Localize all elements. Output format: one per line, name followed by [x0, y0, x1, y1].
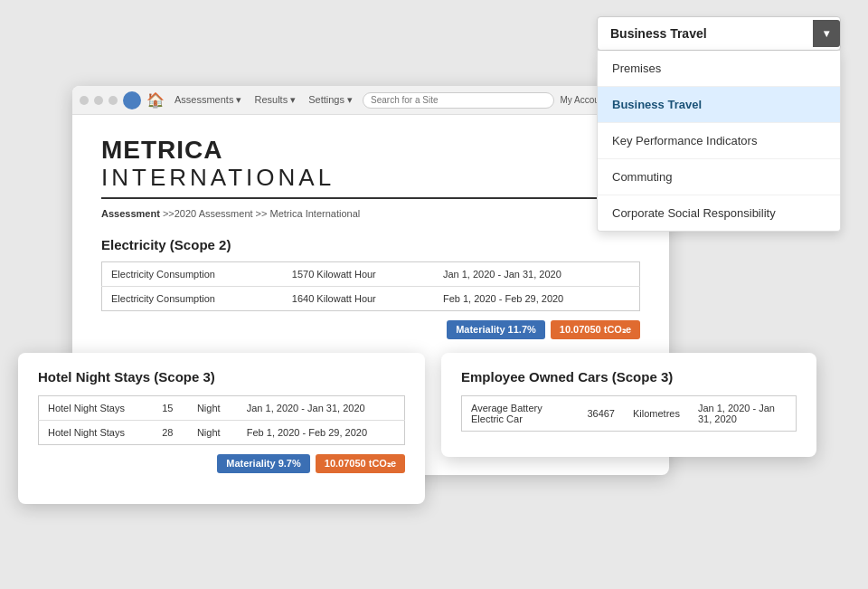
dropdown-container: Business Travel ▾ Premises Business Trav… — [597, 16, 841, 232]
table-row: Hotel Night Stays 15 Night Jan 1, 2020 -… — [39, 396, 405, 421]
table-row: Hotel Night Stays 28 Night Feb 1, 2020 -… — [39, 421, 405, 445]
dropdown-item-kpi[interactable]: Key Performance Indicators — [598, 123, 840, 159]
browser-dot-1 — [80, 96, 89, 105]
logo-text: METRICA INTERNATIONAL — [101, 137, 640, 190]
hotel-materiality-badge: Materiality 9.7% — [217, 454, 310, 473]
nav-home-icon: 🏠 — [146, 91, 165, 109]
hotel-badges: Materiality 9.7% 10.07050 tCO₂e — [38, 454, 405, 473]
hotel-row1-label: Hotel Night Stays — [39, 396, 154, 421]
employee-row1-amount: 36467 — [578, 396, 624, 432]
table-row: Average Battery Electric Car 36467 Kilom… — [462, 396, 797, 432]
dropdown-menu: Premises Business Travel Key Performance… — [597, 51, 841, 232]
employee-card: Employee Owned Cars (Scope 3) Average Ba… — [441, 353, 816, 457]
browser-dot-2 — [94, 96, 103, 105]
dropdown-item-csr[interactable]: Corporate Social Responsibility — [598, 195, 840, 231]
browser-toolbar: 🏠 Assessments Results Settings My Accoun… — [72, 86, 669, 115]
table-row: Electricity Consumption 1640 Kilowatt Ho… — [102, 287, 640, 311]
search-input[interactable] — [363, 92, 554, 109]
logo-divider — [101, 197, 640, 199]
employee-row1-label: Average Battery Electric Car — [462, 396, 579, 432]
electricity-row2-label: Electricity Consumption — [102, 287, 283, 311]
table-row: Electricity Consumption 1570 Kilowatt Ho… — [102, 262, 640, 287]
electricity-row1-amount: 1570 Kilowatt Hour — [283, 262, 434, 287]
nav-assessments[interactable]: Assessments — [170, 92, 246, 108]
dropdown-item-premises[interactable]: Premises — [598, 51, 840, 87]
nav-settings[interactable]: Settings — [304, 92, 357, 108]
electricity-materiality-badge: Materiality 11.7% — [447, 320, 545, 339]
dropdown-item-business-travel[interactable]: Business Travel — [598, 87, 840, 123]
browser-dot-3 — [108, 96, 118, 105]
hotel-row2-amount: 28 — [153, 421, 188, 445]
electricity-row1-period: Jan 1, 2020 - Jan 31, 2020 — [434, 262, 640, 287]
dropdown-item-commuting[interactable]: Commuting — [598, 159, 840, 195]
electricity-badges: Materiality 11.7% 10.07050 tCO₂e — [101, 320, 640, 339]
hotel-row1-period: Jan 1, 2020 - Jan 31, 2020 — [238, 396, 405, 421]
electricity-section-title: Electricity (Scope 2) — [101, 237, 640, 252]
employee-section-title: Employee Owned Cars (Scope 3) — [461, 369, 797, 385]
browser-nav: Assessments Results Settings — [170, 92, 357, 108]
electricity-row1-label: Electricity Consumption — [102, 262, 283, 287]
hotel-row2-period: Feb 1, 2020 - Feb 29, 2020 — [238, 421, 405, 445]
hotel-table: Hotel Night Stays 15 Night Jan 1, 2020 -… — [38, 395, 405, 445]
breadcrumb: Assessment >>2020 Assessment >> Metrica … — [101, 208, 640, 219]
electricity-table: Electricity Consumption 1570 Kilowatt Ho… — [101, 261, 640, 311]
electricity-row2-amount: 1640 Kilowatt Hour — [283, 287, 434, 311]
employee-row1-period: Jan 1, 2020 - Jan 31, 2020 — [689, 396, 797, 432]
hotel-co2-badge: 10.07050 tCO₂e — [316, 454, 405, 473]
hotel-card: Hotel Night Stays (Scope 3) Hotel Night … — [18, 353, 425, 504]
hotel-row2-unit: Night — [188, 421, 238, 445]
nav-results[interactable]: Results — [250, 92, 300, 108]
dropdown-selected-label: Business Travel — [610, 26, 707, 41]
employee-row1-unit: Kilometres — [624, 396, 689, 432]
electricity-row2-period: Feb 1, 2020 - Feb 29, 2020 — [434, 287, 640, 311]
nav-logo — [123, 91, 141, 109]
dropdown-arrow-icon: ▾ — [813, 20, 840, 47]
hotel-row1-unit: Night — [188, 396, 238, 421]
electricity-co2-badge: 10.07050 tCO₂e — [551, 320, 640, 339]
hotel-row2-label: Hotel Night Stays — [39, 421, 154, 445]
employee-table: Average Battery Electric Car 36467 Kilom… — [461, 395, 797, 432]
hotel-section-title: Hotel Night Stays (Scope 3) — [38, 369, 405, 385]
site-logo: METRICA INTERNATIONAL — [101, 137, 640, 190]
hotel-row1-amount: 15 — [153, 396, 188, 421]
dropdown-selected[interactable]: Business Travel ▾ — [597, 16, 841, 51]
